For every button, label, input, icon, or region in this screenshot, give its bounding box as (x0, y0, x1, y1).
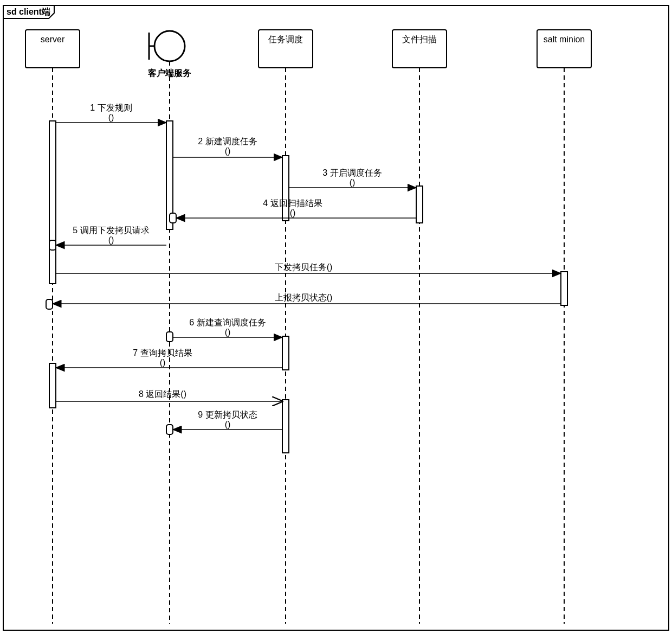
msg-8-args: () (160, 358, 166, 367)
msg-4-label: 4 返回扫描结果 (263, 198, 322, 208)
msg-7-label: 6 新建查询调度任务 (189, 318, 266, 327)
act-server-ret2 (46, 299, 53, 309)
lifeline-minion-label: salt minion (544, 35, 585, 44)
act-sched-2 (282, 336, 289, 370)
lifeline-client (149, 31, 185, 61)
msg-4-args: () (290, 208, 296, 217)
msg-9-label: 8 返回结果() (139, 389, 186, 399)
frame-title: sd client端 (7, 7, 50, 16)
act-client-ret2 (166, 332, 173, 342)
act-server-2 (49, 363, 56, 408)
msg-6b-label: 上报拷贝状态() (275, 293, 333, 302)
msg-3-label: 3 开启调度任务 (322, 168, 382, 177)
msg-2-args: () (225, 146, 231, 156)
act-sched-3 (282, 400, 289, 453)
msg-10-args: () (225, 420, 231, 429)
msg-1-args: () (108, 113, 114, 122)
sequence-diagram: sd client端 server 客户端服务 任务调度 文件扫描 salt m… (0, 0, 672, 634)
act-server-ret1 (49, 240, 56, 250)
act-minion-1 (561, 272, 567, 305)
msg-5-label: 5 调用下发拷贝请求 (73, 226, 149, 235)
msg-6a-label: 下发拷贝任务() (275, 262, 333, 272)
act-scan-1 (416, 186, 423, 223)
act-client-ret3 (166, 425, 173, 434)
svg-point-0 (154, 31, 185, 61)
frame (3, 5, 669, 630)
lifeline-sched-label: 任务调度 (268, 35, 303, 44)
lifeline-server-label: server (41, 35, 65, 44)
msg-8-label: 7 查询拷贝结果 (133, 348, 192, 357)
act-server-1 (49, 121, 56, 284)
msg-5-args: () (108, 235, 114, 245)
msg-10-label: 9 更新拷贝状态 (198, 410, 257, 419)
act-client-ret1 (170, 213, 176, 223)
msg-3-args: () (350, 178, 356, 187)
lifeline-scan-label: 文件扫描 (402, 35, 437, 44)
msg-2-label: 2 新建调度任务 (198, 137, 257, 146)
msg-7-args: () (225, 328, 231, 337)
act-sched-1 (282, 156, 289, 221)
msg-1-label: 1 下发规则 (90, 103, 132, 112)
